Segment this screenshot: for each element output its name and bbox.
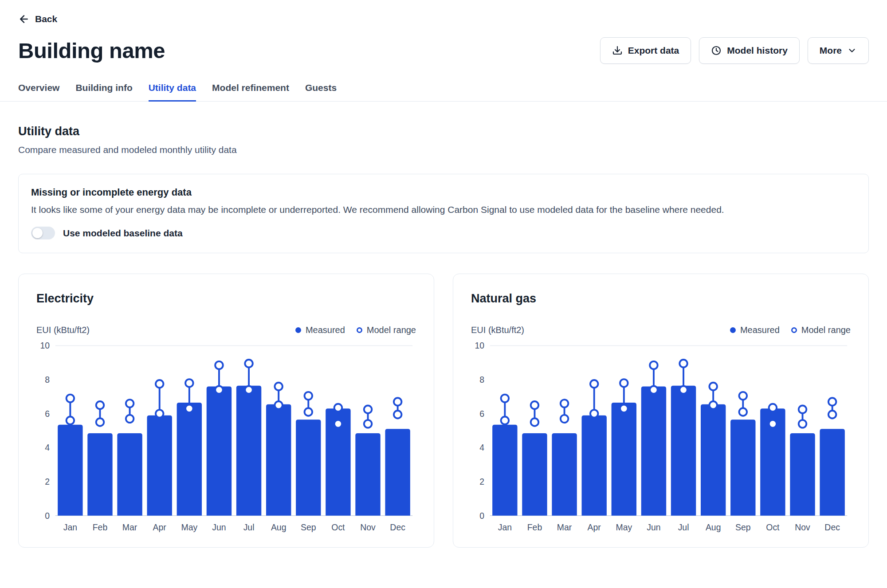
svg-text:Jun: Jun — [212, 522, 226, 532]
svg-text:Aug: Aug — [706, 522, 721, 532]
model-history-button[interactable]: Model history — [699, 37, 800, 64]
charts-row: Electricity EUI (kBtu/ft2) Measured Mode… — [18, 274, 869, 548]
export-data-label: Export data — [628, 45, 679, 56]
natural-gas-card: Natural gas EUI (kBtu/ft2) Measured Mode… — [453, 274, 869, 548]
svg-text:4: 4 — [45, 443, 50, 452]
toggle-knob — [32, 228, 43, 238]
svg-text:Sep: Sep — [301, 522, 316, 532]
svg-text:Aug: Aug — [271, 522, 287, 532]
natural-gas-y-axis-label: EUI (kBtu/ft2) — [471, 325, 524, 335]
svg-text:0: 0 — [45, 511, 50, 521]
natural-gas-legend: Measured Model range — [730, 325, 851, 335]
svg-text:2: 2 — [45, 477, 50, 486]
svg-text:Feb: Feb — [527, 522, 542, 532]
electricity-chart-title: Electricity — [36, 292, 416, 306]
download-icon — [612, 45, 623, 56]
electricity-legend: Measured Model range — [295, 325, 416, 335]
svg-text:May: May — [616, 522, 632, 532]
legend-model-range-label: Model range — [367, 325, 416, 335]
tab-model-refinement[interactable]: Model refinement — [212, 80, 289, 101]
svg-text:Jun: Jun — [647, 522, 660, 532]
svg-text:0: 0 — [479, 511, 484, 521]
electricity-y-axis-label: EUI (kBtu/ft2) — [36, 325, 90, 335]
svg-text:10: 10 — [40, 341, 50, 350]
svg-text:10: 10 — [475, 341, 485, 350]
tab-bar: Overview Building info Utility data Mode… — [0, 80, 887, 102]
header-actions: Export data Model history More — [600, 37, 869, 64]
legend-measured-label: Measured — [740, 325, 780, 335]
tab-overview[interactable]: Overview — [18, 80, 59, 101]
clock-icon — [711, 45, 722, 56]
svg-text:Nov: Nov — [795, 522, 810, 532]
svg-text:May: May — [181, 522, 197, 532]
tab-guests[interactable]: Guests — [305, 80, 337, 101]
svg-text:Dec: Dec — [824, 522, 840, 532]
svg-text:Jan: Jan — [63, 522, 77, 532]
arrow-left-icon — [18, 13, 30, 25]
more-button[interactable]: More — [808, 37, 869, 64]
section-subtitle: Compare measured and modeled monthly uti… — [18, 145, 869, 155]
legend-measured: Measured — [730, 325, 780, 335]
page: Back Building name Export data Model his… — [0, 0, 887, 548]
model-range-ring-icon — [357, 327, 362, 333]
svg-text:Jul: Jul — [678, 522, 689, 532]
legend-measured-label: Measured — [306, 325, 345, 335]
banner-body: It looks like some of your energy data m… — [31, 204, 856, 215]
legend-model-range: Model range — [357, 325, 416, 335]
title-row: Building name Export data Model history … — [18, 37, 869, 64]
back-label: Back — [35, 14, 57, 24]
missing-data-banner: Missing or incomplete energy data It loo… — [18, 174, 869, 253]
svg-text:Nov: Nov — [360, 522, 376, 532]
use-modeled-baseline-toggle[interactable] — [31, 227, 55, 239]
svg-text:2: 2 — [479, 477, 484, 486]
svg-text:Mar: Mar — [557, 522, 572, 532]
svg-text:Apr: Apr — [588, 522, 601, 532]
svg-text:8: 8 — [45, 375, 50, 384]
svg-text:Feb: Feb — [93, 522, 108, 532]
measured-dot-icon — [295, 327, 301, 333]
model-range-ring-icon — [791, 327, 797, 333]
svg-text:Sep: Sep — [735, 522, 751, 532]
measured-dot-icon — [730, 327, 736, 333]
svg-text:Jan: Jan — [498, 522, 512, 532]
svg-text:Oct: Oct — [766, 522, 780, 532]
legend-measured: Measured — [295, 325, 345, 335]
svg-text:Apr: Apr — [153, 522, 167, 532]
tab-utility-data[interactable]: Utility data — [149, 80, 196, 101]
svg-text:Jul: Jul — [243, 522, 255, 532]
legend-model-range: Model range — [791, 325, 851, 335]
svg-text:4: 4 — [479, 443, 484, 452]
model-history-label: Model history — [727, 45, 788, 56]
page-title: Building name — [18, 38, 165, 63]
legend-model-range-label: Model range — [801, 325, 851, 335]
svg-text:Oct: Oct — [331, 522, 345, 532]
chevron-down-icon — [847, 46, 857, 55]
svg-text:Dec: Dec — [390, 522, 405, 532]
toggle-label: Use modeled baseline data — [63, 228, 183, 239]
export-data-button[interactable]: Export data — [600, 37, 691, 64]
electricity-chart-head: EUI (kBtu/ft2) Measured Model range — [36, 325, 416, 335]
svg-text:6: 6 — [45, 409, 50, 419]
svg-text:8: 8 — [479, 375, 484, 384]
natural-gas-chart-title: Natural gas — [471, 292, 851, 306]
electricity-chart: 0246810JanFebMarAprMayJunJulAugSepOctNov… — [36, 339, 416, 534]
tab-building-info[interactable]: Building info — [75, 80, 132, 101]
natural-gas-chart: 0246810JanFebMarAprMayJunJulAugSepOctNov… — [471, 339, 851, 534]
baseline-toggle-row: Use modeled baseline data — [31, 227, 856, 239]
electricity-card: Electricity EUI (kBtu/ft2) Measured Mode… — [18, 274, 434, 548]
natural-gas-chart-head: EUI (kBtu/ft2) Measured Model range — [471, 325, 851, 335]
utility-data-section: Utility data Compare measured and modele… — [18, 125, 869, 155]
banner-title: Missing or incomplete energy data — [31, 187, 856, 198]
back-button[interactable]: Back — [18, 13, 869, 25]
section-title: Utility data — [18, 125, 869, 138]
svg-text:6: 6 — [479, 409, 484, 419]
more-label: More — [820, 45, 842, 56]
svg-text:Mar: Mar — [122, 522, 137, 532]
